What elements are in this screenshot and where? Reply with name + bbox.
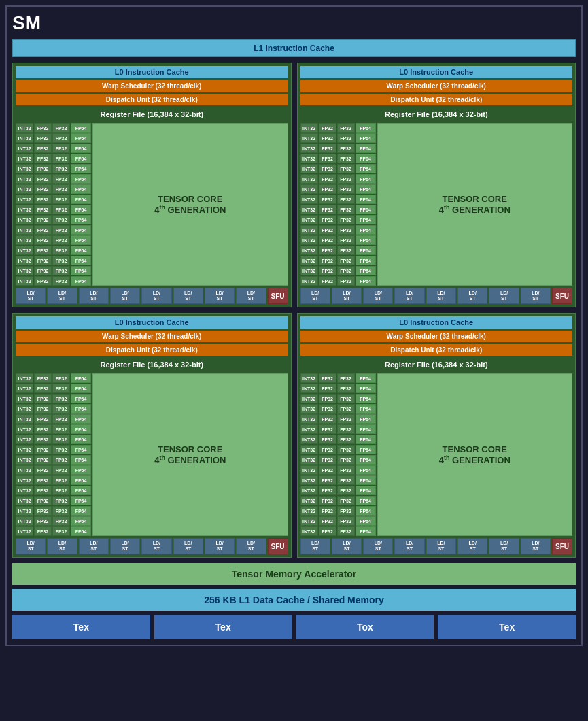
int32: INT32	[300, 144, 318, 153]
row1: INT32FP32FP32FP64	[16, 373, 91, 383]
fp64: FP64	[71, 184, 91, 194]
q3-tensor-core: TENSOR CORE 4th GENERATION	[92, 373, 288, 536]
fp64: FP64	[71, 195, 91, 204]
fp32a: FP32	[319, 205, 336, 214]
q1-fp-int-grid: INT32 FP32 FP32 FP64 INT32 FP32 FP32 FP6…	[16, 123, 91, 286]
tox-cell-1: Tox	[296, 615, 434, 639]
q2-sfu: SFU	[552, 288, 572, 304]
fp32a: FP32	[319, 256, 336, 265]
fp32a: FP32	[34, 475, 52, 485]
ld-st-3: LD/ST	[363, 538, 393, 554]
fp32b: FP32	[337, 184, 355, 194]
fp64: FP64	[71, 384, 91, 393]
q4-tensor-core: TENSOR CORE 4th GENERATION	[377, 373, 573, 536]
fp64: FP64	[356, 516, 376, 526]
ld-st-2: LD/ST	[332, 538, 362, 554]
int32: INT32	[300, 506, 318, 516]
fp64: FP64	[356, 256, 376, 265]
row7: INT32 FP32 FP32 FP64	[16, 184, 91, 194]
fp32a: FP32	[319, 465, 336, 475]
fp32b: FP32	[52, 246, 70, 255]
fp32b: FP32	[52, 526, 70, 536]
int32: INT32	[16, 266, 33, 275]
tex-row: Tex Tex Tox Tex	[12, 615, 576, 639]
row9: INT32 FP32 FP32 FP64	[16, 205, 91, 214]
fp32a: FP32	[34, 465, 52, 475]
fp64: FP64	[71, 215, 91, 224]
int32: INT32	[16, 526, 33, 536]
fp64: FP64	[356, 133, 376, 143]
q1-warp-scheduler: Warp Scheduler (32 thread/clk)	[16, 80, 288, 92]
int32: INT32	[16, 506, 33, 516]
fp32b: FP32	[52, 506, 70, 516]
q1-compute-area: INT32 FP32 FP32 FP64 INT32 FP32 FP32 FP6…	[16, 123, 288, 286]
fp32b: FP32	[337, 424, 355, 434]
fp64: FP64	[356, 404, 376, 414]
int32: INT32	[300, 215, 318, 224]
ld-st-7: LD/ST	[205, 288, 235, 304]
row15: INT32FP32FP32FP64	[300, 266, 376, 275]
fp32b: FP32	[337, 276, 355, 286]
fp32b: FP32	[337, 246, 355, 255]
q3-ld-st-row: LD/ST LD/ST LD/ST LD/ST LD/ST LD/ST LD/S…	[16, 538, 288, 554]
int32: INT32	[300, 205, 318, 214]
fp32b: FP32	[52, 516, 70, 526]
fp32a: FP32	[319, 215, 336, 224]
fp64: FP64	[356, 445, 376, 454]
fp64: FP64	[356, 174, 376, 184]
fp32a: FP32	[319, 526, 336, 536]
fp32a: FP32	[319, 154, 336, 163]
fp64: FP64	[356, 424, 376, 434]
fp32b: FP32	[52, 205, 70, 214]
q1-tensor-core: TENSOR CORE 4th GENERATION	[92, 123, 288, 286]
fp64: FP64	[71, 373, 91, 383]
fp32b: FP32	[52, 384, 70, 393]
int32: INT32	[300, 246, 318, 255]
fp32b: FP32	[337, 465, 355, 475]
fp64: FP64	[71, 445, 91, 454]
fp64: FP64	[71, 394, 91, 403]
int32: INT32	[300, 526, 318, 536]
fp64: FP64	[356, 205, 376, 214]
fp64: FP64	[71, 465, 91, 475]
fp32a: FP32	[34, 276, 52, 286]
fp32a: FP32	[34, 195, 52, 204]
row1: INT32FP32FP32FP64	[300, 373, 376, 383]
fp64: FP64	[71, 435, 91, 444]
q4-register-file: Register File (16,384 x 32-bit)	[300, 358, 573, 371]
int32: INT32	[300, 164, 318, 173]
row8: INT32FP32FP32FP64	[300, 445, 376, 454]
int32: INT32	[16, 256, 33, 265]
fp32a: FP32	[34, 123, 52, 133]
q1-ld-st-row: LD/ST LD/ST LD/ST LD/ST LD/ST LD/ST LD/S…	[16, 288, 288, 304]
q4-ld-st-row: LD/ST LD/ST LD/ST LD/ST LD/ST LD/ST LD/S…	[300, 538, 573, 554]
q2-register-file: Register File (16,384 x 32-bit)	[300, 108, 573, 120]
row16: INT32FP32FP32FP64	[300, 526, 376, 536]
q3-compute-area: INT32FP32FP32FP64 INT32FP32FP32FP64 INT3…	[16, 373, 288, 536]
fp32b: FP32	[52, 404, 70, 414]
int32: INT32	[300, 445, 318, 454]
fp32b: FP32	[52, 174, 70, 184]
quadrant-top-left: L0 Instruction Cache Warp Scheduler (32 …	[12, 63, 292, 307]
fp32a: FP32	[319, 414, 336, 424]
row13: INT32FP32FP32FP64	[16, 496, 91, 505]
fp64: FP64	[356, 384, 376, 393]
fp32a: FP32	[319, 435, 336, 444]
row11: INT32FP32FP32FP64	[16, 475, 91, 485]
fp64: FP64	[71, 133, 91, 143]
fp32a: FP32	[319, 475, 336, 485]
fp32b: FP32	[52, 225, 70, 235]
fp32b: FP32	[52, 435, 70, 444]
fp32a: FP32	[319, 276, 336, 286]
q2-tensor-core: TENSOR CORE 4th GENERATION	[377, 123, 573, 286]
fp64: FP64	[71, 516, 91, 526]
fp64: FP64	[71, 154, 91, 163]
fp32a: FP32	[34, 174, 52, 184]
fp32b: FP32	[337, 384, 355, 393]
fp64: FP64	[356, 506, 376, 516]
int32: INT32	[300, 486, 318, 495]
fp32a: FP32	[34, 506, 52, 516]
fp32b: FP32	[52, 394, 70, 403]
row10: INT32FP32FP32FP64	[300, 215, 376, 224]
fp32b: FP32	[52, 276, 70, 286]
